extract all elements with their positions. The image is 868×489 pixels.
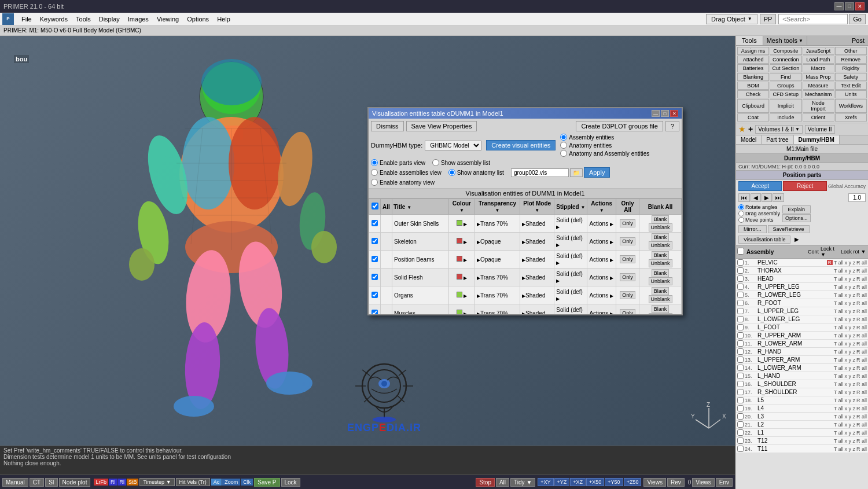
only-btn-5[interactable]: Only (620, 309, 635, 314)
actions-arrow-4[interactable]: ▶ (610, 293, 613, 299)
actions-arrow-2[interactable]: ▶ (610, 258, 613, 263)
asm-checkbox-21[interactable] (737, 429, 744, 436)
list-item[interactable]: 13. L_UPPER_ARM T all x y z R all (736, 356, 868, 364)
only-btn-2[interactable]: Only (620, 255, 635, 263)
move-points-radio[interactable]: Move points (738, 217, 780, 223)
accuracy-value-input[interactable] (848, 193, 866, 202)
clipboard-btn[interactable]: Clipboard (737, 99, 769, 113)
load-path-btn[interactable]: Load Path (803, 56, 834, 64)
dismiss-button[interactable]: Dismiss (371, 121, 404, 131)
solid-arrow-2[interactable]: ▶ (556, 260, 560, 266)
mass-prop-btn[interactable]: Mass Prop (803, 73, 834, 81)
list-item[interactable]: 19. L4 T all x y z R all (736, 405, 868, 413)
only-btn-0[interactable]: Only (620, 219, 635, 227)
plot-arrow-0[interactable]: ▶ (522, 222, 525, 227)
list-item[interactable]: 16. L_SHOULDER T all x y z R all (736, 380, 868, 388)
composite-btn[interactable]: Composite (770, 47, 801, 55)
connection-btn[interactable]: Connection (770, 56, 801, 64)
asm-checkbox-1[interactable] (737, 267, 744, 274)
group-input[interactable] (511, 168, 569, 177)
yz-btn[interactable]: +YZ (554, 478, 570, 486)
enable-parts-radio[interactable]: Enable parts view (371, 159, 425, 166)
assign-ms-btn[interactable]: Assign ms (737, 47, 769, 55)
transparency-arrow-2[interactable]: ▶ (477, 258, 480, 263)
other-btn[interactable]: Other (835, 47, 867, 55)
mesh-tools-tab[interactable]: Mesh tools ▼ (763, 36, 807, 45)
actions-arrow-1[interactable]: ▶ (610, 240, 613, 245)
list-item[interactable]: 15. L_HAND T all x y z R all (736, 372, 868, 380)
plot-arrow-1[interactable]: ▶ (522, 240, 525, 245)
menu-display[interactable]: Display (95, 14, 124, 24)
create-visual-button[interactable]: Create visual entities (486, 140, 556, 150)
asm-checkbox-12[interactable] (737, 356, 744, 363)
dummy-type-select[interactable]: GHBMC Model (425, 141, 481, 150)
rev-btn[interactable]: Rev (667, 478, 685, 487)
find-btn[interactable]: Find (770, 73, 801, 81)
menu-keywords[interactable]: Keywords (36, 14, 72, 24)
transparency-arrow-5[interactable]: ▶ (477, 311, 480, 315)
list-item[interactable]: 9. L_FOOT T all x y z R all (736, 323, 868, 332)
plus-icon[interactable]: + (748, 124, 753, 134)
post-btn[interactable]: Post (848, 36, 868, 45)
xrefs-btn[interactable]: Xrefs (835, 113, 867, 122)
asm-checkbox-0[interactable] (737, 259, 744, 266)
save-p-btn[interactable]: Save P (254, 478, 279, 487)
macro-btn[interactable]: Macro (803, 64, 834, 72)
batteries-btn[interactable]: Batteries (737, 64, 769, 72)
tools-tab[interactable]: Tools (736, 36, 763, 45)
cfd-setup-btn[interactable]: CFD Setup (770, 90, 801, 98)
solid-arrow-4[interactable]: ▶ (556, 296, 560, 302)
list-item[interactable]: 21. L2 T all x y z R all (736, 421, 868, 429)
asm-checkbox-2[interactable] (737, 275, 744, 282)
color-arrow-5[interactable]: ▶ (464, 311, 467, 314)
coat-btn[interactable]: Coat (737, 113, 769, 122)
volume-ii-btn[interactable]: Volume II (805, 125, 835, 134)
lock-btn[interactable]: Lock (281, 478, 300, 487)
row-checkbox-5[interactable] (372, 310, 378, 315)
lock-t-col-header[interactable]: Lock t ▼ (821, 246, 841, 258)
nav-last-btn[interactable]: ⏭ (773, 193, 784, 202)
col-stippled-header[interactable]: Stippled ▼ (554, 199, 587, 215)
asm-checkbox-18[interactable] (737, 405, 744, 411)
menu-images[interactable]: Images (124, 14, 153, 24)
orient-btn[interactable]: Orient (803, 113, 834, 122)
blank-btn-2[interactable]: Blank (652, 251, 670, 259)
list-item[interactable]: 6. R_FOOT T all x y z R all (736, 299, 868, 307)
units-btn[interactable]: Units (835, 90, 867, 98)
asm-checkbox-11[interactable] (737, 348, 744, 355)
asm-checkbox-16[interactable] (737, 389, 744, 395)
solid-arrow-0[interactable]: ▶ (556, 225, 560, 230)
actions-arrow-3[interactable]: ▶ (610, 275, 613, 281)
menu-help[interactable]: Help (213, 14, 234, 24)
node-import-btn[interactable]: Node Import (803, 99, 834, 113)
cut-section-btn[interactable]: Cut Section (770, 64, 801, 72)
xy-btn[interactable]: +XY (538, 478, 553, 486)
transparency-arrow-1[interactable]: ▶ (477, 240, 480, 245)
col-actions-header[interactable]: Actions ▼ (587, 199, 616, 215)
bom-btn[interactable]: BOM (737, 82, 769, 90)
workflows-btn[interactable]: Workflows (835, 99, 867, 113)
hit-vels-btn[interactable]: Hit Vels (Tr) (176, 478, 210, 486)
blanking-btn[interactable]: Blanking (737, 73, 769, 81)
asm-checkbox-3[interactable] (737, 284, 744, 290)
search-input[interactable] (778, 14, 848, 24)
row-checkbox-3[interactable] (372, 274, 378, 280)
only-btn-1[interactable]: Only (620, 237, 635, 245)
only-btn-3[interactable]: Only (620, 273, 635, 281)
asm-checkbox-8[interactable] (737, 324, 744, 330)
list-item[interactable]: 3. HEAD T all x y z R all (736, 275, 868, 283)
list-item[interactable]: 11. R_LOWER_ARM T all x y z R all (736, 340, 868, 348)
asm-checkbox-20[interactable] (737, 421, 744, 428)
asm-checkbox-19[interactable] (737, 413, 744, 420)
list-item[interactable]: 1. PELVIC R T all x y z R all (736, 259, 868, 267)
manual-btn[interactable]: Manual (2, 478, 28, 487)
volumes-dropdown[interactable]: Volumes I & II ▼ (755, 125, 803, 134)
asm-checkbox-15[interactable] (737, 381, 744, 387)
asm-checkbox-17[interactable] (737, 397, 744, 403)
unblank-btn-1[interactable]: Unblank (649, 241, 672, 249)
plot-arrow-5[interactable]: ▶ (522, 311, 525, 315)
list-item[interactable]: 20. L3 T all x y z R all (736, 413, 868, 421)
blank-all-btn[interactable]: Blank All (639, 199, 682, 215)
node-plot-btn[interactable]: Node plot (59, 478, 91, 487)
blank-btn-5[interactable]: Blank (652, 305, 670, 313)
